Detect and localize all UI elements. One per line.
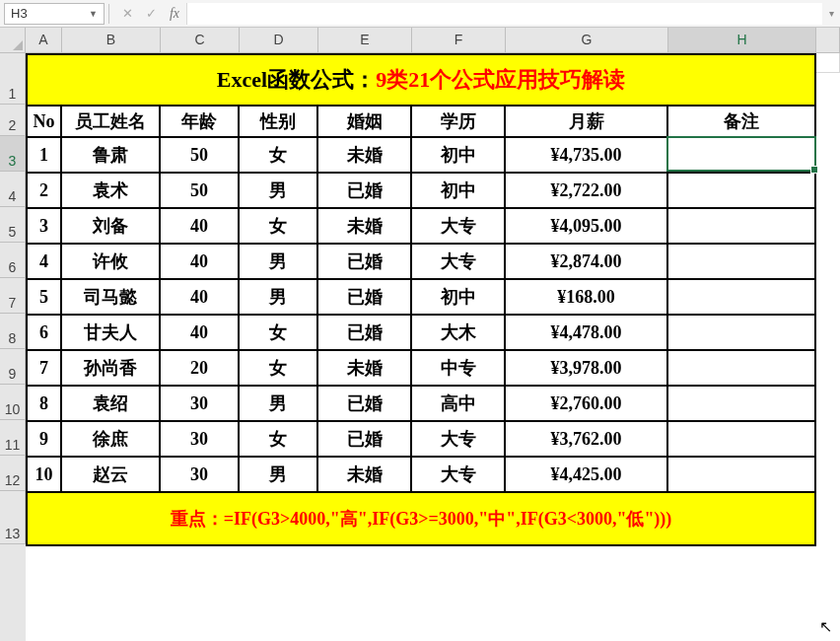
row-head-4[interactable]: 4 [0, 172, 26, 207]
hdr-no[interactable]: No [28, 107, 62, 138]
cell-edu[interactable]: 大专 [412, 209, 506, 245]
cell-marital[interactable]: 未婚 [318, 209, 412, 245]
cell-note[interactable] [668, 245, 816, 280]
row-head-1[interactable]: 1 [0, 53, 26, 105]
cell-salary[interactable]: ¥4,735.00 [506, 138, 668, 174]
formula-input[interactable] [186, 3, 822, 25]
cell-note[interactable] [668, 174, 816, 209]
cell-name[interactable]: 孙尚香 [62, 351, 161, 387]
cell-gender[interactable]: 女 [240, 351, 318, 387]
cell-salary[interactable]: ¥3,978.00 [506, 351, 668, 387]
cell-bg[interactable] [816, 53, 840, 73]
name-box-dropdown-icon[interactable]: ▼ [89, 9, 98, 19]
cell-gender[interactable]: 女 [240, 316, 318, 351]
cell-no[interactable]: 8 [28, 387, 62, 422]
cell-note[interactable] [668, 138, 816, 174]
cell-name[interactable]: 许攸 [62, 245, 161, 280]
hdr-note[interactable]: 备注 [668, 107, 816, 138]
hdr-age[interactable]: 年龄 [161, 107, 240, 138]
cell-salary[interactable]: ¥4,095.00 [506, 209, 668, 245]
cell-no[interactable]: 2 [28, 174, 62, 209]
cell-marital[interactable]: 未婚 [318, 138, 412, 174]
footer-cell[interactable]: 重点：=IF(G3>4000,"高",IF(G3>=3000,"中",IF(G3… [28, 493, 816, 546]
cell-name[interactable]: 赵云 [62, 458, 161, 493]
col-head-E[interactable]: E [318, 28, 412, 53]
cell-edu[interactable]: 大专 [412, 458, 506, 493]
row-head-10[interactable]: 10 [0, 385, 26, 420]
hdr-edu[interactable]: 学历 [412, 107, 506, 138]
cell-marital[interactable]: 已婚 [318, 422, 412, 458]
col-head-G[interactable]: G [506, 28, 668, 53]
cancel-icon[interactable]: ✕ [115, 6, 139, 21]
cell-edu[interactable]: 中专 [412, 351, 506, 387]
cell-salary[interactable]: ¥2,760.00 [506, 387, 668, 422]
cell-age[interactable]: 40 [161, 245, 240, 280]
cell-age[interactable]: 30 [161, 458, 240, 493]
col-head-B[interactable]: B [62, 28, 161, 53]
col-head-C[interactable]: C [161, 28, 240, 53]
cell-marital[interactable]: 未婚 [318, 351, 412, 387]
cell-edu[interactable]: 大专 [412, 422, 506, 458]
row-head-6[interactable]: 6 [0, 243, 26, 278]
expand-formula-bar-icon[interactable]: ▾ [822, 8, 840, 19]
cell-gender[interactable]: 女 [240, 138, 318, 174]
cell-salary[interactable]: ¥4,478.00 [506, 316, 668, 351]
cell-no[interactable]: 1 [28, 138, 62, 174]
cell-edu[interactable]: 大木 [412, 316, 506, 351]
cell-name[interactable]: 司马懿 [62, 280, 161, 316]
row-head-12[interactable]: 12 [0, 456, 26, 491]
cell-age[interactable]: 30 [161, 422, 240, 458]
cell-no[interactable]: 9 [28, 422, 62, 458]
cell-marital[interactable]: 已婚 [318, 280, 412, 316]
cell-note[interactable] [668, 280, 816, 316]
cell-name[interactable]: 徐庶 [62, 422, 161, 458]
title-cell[interactable]: Excel函数公式：9类21个公式应用技巧解读 [28, 55, 816, 107]
col-head-H[interactable]: H [668, 28, 816, 53]
cell-name[interactable]: 刘备 [62, 209, 161, 245]
col-head-extra[interactable] [816, 28, 840, 53]
cell-note[interactable] [668, 351, 816, 387]
cell-salary[interactable]: ¥2,874.00 [506, 245, 668, 280]
cell-no[interactable]: 10 [28, 458, 62, 493]
cell-gender[interactable]: 男 [240, 245, 318, 280]
cell-name[interactable]: 鲁肃 [62, 138, 161, 174]
cell-edu[interactable]: 高中 [412, 387, 506, 422]
row-head-7[interactable]: 7 [0, 278, 26, 314]
cell-gender[interactable]: 女 [240, 209, 318, 245]
cell-no[interactable]: 6 [28, 316, 62, 351]
cell-age[interactable]: 40 [161, 209, 240, 245]
cell-name[interactable]: 甘夫人 [62, 316, 161, 351]
cell-gender[interactable]: 男 [240, 280, 318, 316]
cell-no[interactable]: 7 [28, 351, 62, 387]
cell-marital[interactable]: 未婚 [318, 458, 412, 493]
fx-icon[interactable]: fx [163, 6, 186, 22]
cell-gender[interactable]: 男 [240, 387, 318, 422]
cell-age[interactable]: 30 [161, 387, 240, 422]
confirm-icon[interactable]: ✓ [139, 6, 163, 21]
cell-edu[interactable]: 初中 [412, 280, 506, 316]
cell-note[interactable] [668, 422, 816, 458]
cell-gender[interactable]: 女 [240, 422, 318, 458]
cell-edu[interactable]: 初中 [412, 138, 506, 174]
row-head-13[interactable]: 13 [0, 491, 26, 544]
cell-marital[interactable]: 已婚 [318, 316, 412, 351]
cell-age[interactable]: 50 [161, 138, 240, 174]
select-all-corner[interactable] [0, 28, 26, 53]
cell-salary[interactable]: ¥168.00 [506, 280, 668, 316]
cell-age[interactable]: 20 [161, 351, 240, 387]
row-head-3[interactable]: 3 [0, 136, 26, 172]
grid-area[interactable]: Excel函数公式：9类21个公式应用技巧解读 No 员工姓名 年龄 性别 婚姻… [26, 53, 840, 641]
cell-age[interactable]: 40 [161, 280, 240, 316]
cell-edu[interactable]: 初中 [412, 174, 506, 209]
col-head-F[interactable]: F [412, 28, 506, 53]
col-head-A[interactable]: A [26, 28, 62, 53]
hdr-name[interactable]: 员工姓名 [62, 107, 161, 138]
cell-note[interactable] [668, 458, 816, 493]
cell-note[interactable] [668, 316, 816, 351]
cell-marital[interactable]: 已婚 [318, 174, 412, 209]
cell-no[interactable]: 4 [28, 245, 62, 280]
col-head-D[interactable]: D [240, 28, 318, 53]
hdr-marital[interactable]: 婚姻 [318, 107, 412, 138]
hdr-gender[interactable]: 性别 [240, 107, 318, 138]
cell-marital[interactable]: 已婚 [318, 387, 412, 422]
